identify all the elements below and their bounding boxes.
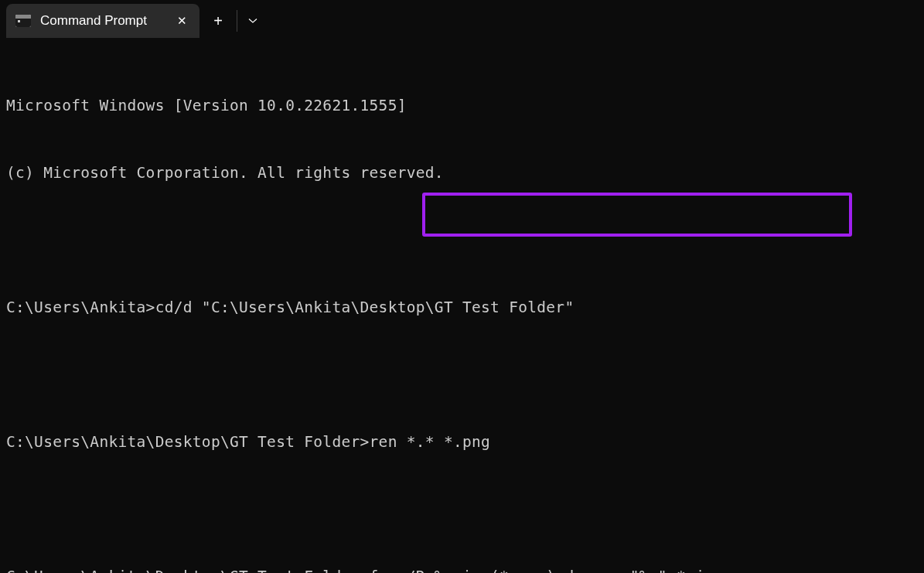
terminal-line: C:\Users\Ankita\Desktop\GT Test Folder>r… <box>6 431 918 453</box>
terminal-line: Microsoft Windows [Version 10.0.22621.15… <box>6 94 918 117</box>
title-bar: Command Prompt ✕ + <box>0 0 924 42</box>
terminal-line: C:\Users\Ankita>cd/d "C:\Users\Ankita\De… <box>6 296 918 319</box>
tab-title: Command Prompt <box>40 13 172 29</box>
tab-command-prompt[interactable]: Command Prompt ✕ <box>6 4 199 38</box>
terminal-icon <box>15 15 31 27</box>
terminal-output[interactable]: Microsoft Windows [Version 10.0.22621.15… <box>0 42 924 573</box>
terminal-blank <box>6 229 918 251</box>
chevron-down-icon <box>248 18 257 24</box>
terminal-blank <box>6 498 918 520</box>
new-tab-button[interactable]: + <box>199 4 237 38</box>
terminal-line: C:\Users\Ankita\Desktop\GT Test Folder>f… <box>6 565 918 573</box>
dropdown-button[interactable] <box>237 4 268 38</box>
terminal-blank <box>6 363 918 386</box>
terminal-line: (c) Microsoft Corporation. All rights re… <box>6 162 918 184</box>
close-tab-button[interactable]: ✕ <box>172 11 192 31</box>
